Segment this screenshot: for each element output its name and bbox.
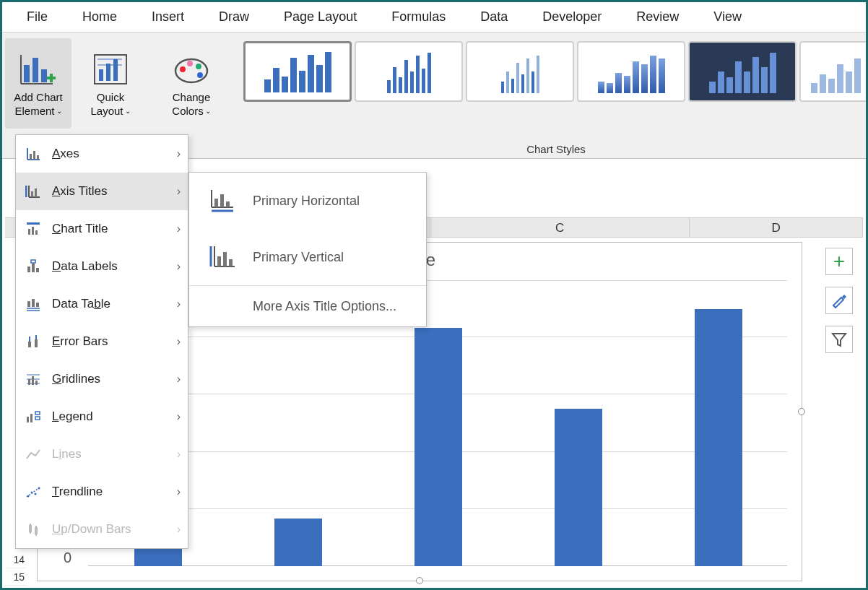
menu-item-error-bars[interactable]: Error Bars› <box>16 323 188 360</box>
chevron-down-icon: ⌄ <box>56 107 62 115</box>
menu-tabs: File Home Insert Draw Page Layout Formul… <box>2 2 866 32</box>
svg-rect-49 <box>27 417 29 422</box>
svg-rect-35 <box>32 299 35 307</box>
chart-style-5[interactable] <box>688 41 797 102</box>
menu-item-label: Gridlines <box>52 372 100 386</box>
bar[interactable] <box>555 409 602 566</box>
axes-icon <box>23 147 43 161</box>
submenu-label: Primary Horizontal <box>253 194 360 209</box>
tab-insert[interactable]: Insert <box>140 4 196 30</box>
lines-icon <box>23 447 43 461</box>
tab-data[interactable]: Data <box>469 4 519 30</box>
tab-draw[interactable]: Draw <box>207 4 261 30</box>
chevron-right-icon: › <box>177 185 181 198</box>
error-bars-icon <box>23 334 43 349</box>
menu-item-chart-title[interactable]: Chart Title› <box>16 210 188 248</box>
menu-item-data-labels[interactable]: Data Labels› <box>16 248 188 285</box>
tab-view[interactable]: View <box>702 4 753 30</box>
quick-layout-button[interactable]: Quick Layout⌄ <box>77 38 144 129</box>
chart-style-1[interactable] <box>243 41 352 102</box>
chevron-right-icon: › <box>177 373 181 386</box>
tab-page-layout[interactable]: Page Layout <box>272 4 368 30</box>
menu-item-label: Trendline <box>52 485 103 499</box>
chart-elements-plus-button[interactable]: + <box>825 248 853 275</box>
menu-item-legend[interactable]: Legend› <box>16 398 188 435</box>
svg-rect-20 <box>37 155 39 160</box>
menu-item-label: Data Table <box>52 297 110 311</box>
gridlines-icon <box>23 372 43 386</box>
row-header-15[interactable]: 15 <box>5 568 27 586</box>
col-header-d[interactable]: D <box>690 218 863 237</box>
menu-item-data-table[interactable]: Data Table› <box>16 285 188 323</box>
row-header-14[interactable]: 14 <box>5 551 27 568</box>
chart-styles-group-label: Chart Styles <box>526 143 586 155</box>
selection-handle[interactable] <box>416 577 423 584</box>
svg-rect-51 <box>35 412 40 415</box>
chart-style-3[interactable] <box>466 41 574 102</box>
svg-rect-6 <box>99 69 103 81</box>
axis-horizontal-icon <box>207 188 238 213</box>
svg-rect-28 <box>32 227 34 235</box>
svg-rect-46 <box>28 379 30 385</box>
svg-rect-19 <box>33 151 35 160</box>
chart-style-6[interactable] <box>799 41 868 102</box>
menu-item-label: Up/Down Bars <box>52 522 131 537</box>
chart-styles-gallery[interactable] <box>239 38 868 102</box>
tab-formulas[interactable]: Formulas <box>380 4 457 30</box>
chevron-down-icon: ⌄ <box>205 107 211 115</box>
svg-rect-18 <box>30 154 32 160</box>
chevron-right-icon: › <box>177 147 181 160</box>
svg-rect-27 <box>28 229 30 235</box>
tab-home[interactable]: Home <box>71 4 129 30</box>
tab-file[interactable]: File <box>15 4 59 30</box>
up-down-bars-icon <box>23 522 43 537</box>
menu-item-label: Legend <box>52 409 93 424</box>
svg-rect-34 <box>27 301 30 307</box>
col-header-c[interactable]: C <box>430 218 690 237</box>
axis-titles-icon <box>23 184 43 199</box>
chart-filter-button[interactable] <box>825 326 853 353</box>
svg-rect-40 <box>35 339 38 347</box>
submenu-primary-horizontal[interactable]: Primary Horizontal <box>189 173 426 229</box>
chart-style-2[interactable] <box>355 41 463 102</box>
svg-rect-39 <box>28 342 31 347</box>
add-chart-element-menu: Axes›Axis Titles›Chart Title›Data Labels… <box>15 134 188 549</box>
chart-styles-brush-button[interactable] <box>825 287 853 314</box>
submenu-primary-vertical[interactable]: Primary Vertical <box>189 229 426 285</box>
menu-item-label: Data Labels <box>52 259 118 274</box>
bar[interactable] <box>274 519 322 566</box>
svg-point-13 <box>187 61 193 66</box>
svg-rect-58 <box>29 525 32 532</box>
svg-rect-0 <box>24 65 30 82</box>
change-colors-button[interactable]: Change Colors⌄ <box>158 38 225 129</box>
quick-layout-label: Quick Layout <box>90 91 124 117</box>
menu-item-axes[interactable]: Axes› <box>16 135 188 173</box>
tab-review[interactable]: Review <box>625 4 690 30</box>
svg-rect-1 <box>32 58 38 82</box>
chevron-right-icon: › <box>177 448 181 461</box>
tab-developer[interactable]: Developer <box>531 4 613 30</box>
data-table-icon <box>23 297 43 311</box>
quick-layout-icon <box>93 49 128 90</box>
menu-item-trendline[interactable]: Trendline› <box>16 473 188 511</box>
menu-item-gridlines[interactable]: Gridlines› <box>16 360 188 398</box>
submenu-more-options[interactable]: More Axis Title Options... <box>189 286 426 326</box>
svg-rect-63 <box>220 194 224 207</box>
chart-style-4[interactable] <box>577 41 685 102</box>
svg-rect-32 <box>36 268 39 272</box>
svg-rect-68 <box>217 256 221 266</box>
axis-titles-submenu: Primary Horizontal Primary Vertical More… <box>188 172 427 327</box>
funnel-icon <box>831 331 847 347</box>
legend-icon <box>23 409 43 424</box>
svg-rect-2 <box>41 69 47 82</box>
menu-item-axis-titles[interactable]: Axis Titles› <box>16 173 188 210</box>
add-chart-element-button[interactable]: Add Chart Element⌄ <box>5 38 71 129</box>
bar[interactable] <box>415 328 462 566</box>
y-axis-zero-label: 0 <box>64 550 71 566</box>
menu-item-label: Axis Titles <box>52 184 108 199</box>
selection-handle[interactable] <box>798 408 805 415</box>
svg-rect-31 <box>32 264 35 272</box>
bar[interactable] <box>695 309 742 566</box>
chart-title-icon <box>23 222 43 236</box>
chevron-right-icon: › <box>177 485 181 498</box>
